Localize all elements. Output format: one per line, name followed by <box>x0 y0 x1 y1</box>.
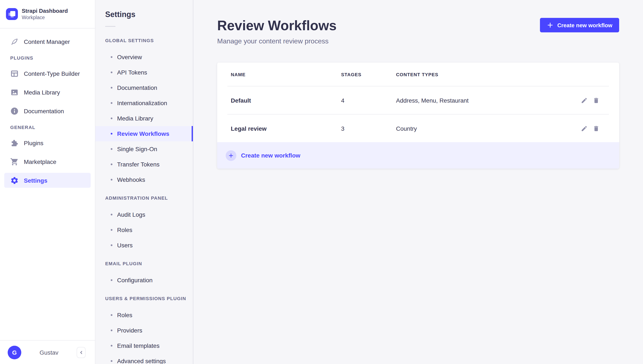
image-icon <box>10 88 19 96</box>
page-subtitle: Manage your content review process <box>217 37 619 46</box>
info-icon <box>10 107 19 115</box>
collapse-sidebar-button[interactable] <box>77 347 86 358</box>
bullet-icon <box>111 279 112 281</box>
puzzle-icon <box>10 138 19 147</box>
subnav-item-webhooks[interactable]: Webhooks <box>96 172 193 187</box>
main-sidebar: Strapi Dashboard Workplace Content Manag… <box>0 0 96 364</box>
subnav-title: Settings <box>105 10 193 19</box>
user-avatar[interactable]: G <box>8 346 21 359</box>
sidebar-nav: Content Manager PLUGINS Content-Type Bui… <box>0 28 95 340</box>
row-actions <box>576 97 619 104</box>
cart-icon <box>10 157 19 166</box>
sidebar-item-documentation[interactable]: Documentation <box>0 104 95 118</box>
subnav-item-internationalization[interactable]: Internationalization <box>96 95 193 111</box>
edit-icon[interactable] <box>581 125 588 132</box>
bullet-icon <box>111 214 112 216</box>
create-new-workflow-footer-button[interactable]: Create new workflow <box>217 142 619 168</box>
main-content: Review Workflows Manage your content rev… <box>193 0 643 364</box>
bullet-icon <box>111 179 112 180</box>
sidebar-section-plugins: PLUGINS <box>0 55 95 61</box>
edit-icon[interactable] <box>581 97 588 104</box>
subnav-item-label: Providers <box>117 327 142 334</box>
delete-icon[interactable] <box>593 125 600 132</box>
sidebar-item-label: Settings <box>24 177 47 184</box>
workflow-name: Default <box>231 97 341 104</box>
subnav-item-label: API Tokens <box>117 69 147 76</box>
sidebar-item-label: Documentation <box>24 108 64 114</box>
bullet-icon <box>111 133 112 134</box>
subnav-item-label: Webhooks <box>117 176 145 183</box>
bullet-icon <box>111 56 112 58</box>
subnav-item-configuration[interactable]: Configuration <box>96 272 193 288</box>
subnav-item-label: Audit Logs <box>117 211 145 218</box>
subnav-item-providers[interactable]: Providers <box>96 323 193 338</box>
sidebar-item-plugins[interactable]: Plugins <box>0 136 95 150</box>
subnav-item-email-templates[interactable]: Email templates <box>96 338 193 353</box>
username: Gustav <box>21 349 77 356</box>
settings-subnav: Settings GLOBAL SETTINGS Overview API To… <box>96 0 193 364</box>
subnav-item-label: Single Sign-On <box>117 146 157 152</box>
footer-action-label: Create new workflow <box>241 152 300 159</box>
subnav-item-label: Internationalization <box>117 100 167 106</box>
gear-icon <box>10 176 19 184</box>
subnav-item-label: Roles <box>117 226 132 233</box>
subnav-item-admin-roles[interactable]: Roles <box>96 222 193 238</box>
subnav-item-single-sign-on[interactable]: Single Sign-On <box>96 141 193 157</box>
subnav-item-label: Overview <box>117 54 142 60</box>
column-header-stages: STAGES <box>341 72 396 77</box>
sidebar-item-label: Plugins <box>24 140 44 146</box>
subnav-item-label: Configuration <box>117 277 153 284</box>
workflow-stages: 3 <box>341 125 396 132</box>
sidebar-item-label: Content-Type Builder <box>24 70 80 77</box>
workflow-content-types: Address, Menu, Restaurant <box>396 97 576 104</box>
bullet-icon <box>111 345 112 346</box>
sidebar-item-content-type-builder[interactable]: Content-Type Builder <box>0 66 95 81</box>
sidebar-item-label: Content Manager <box>24 38 70 45</box>
workflow-content-types: Country <box>396 125 576 132</box>
subnav-item-label: Email templates <box>117 342 160 349</box>
sidebar-item-settings[interactable]: Settings <box>4 173 91 188</box>
sidebar-item-marketplace[interactable]: Marketplace <box>0 154 95 169</box>
bullet-icon <box>111 314 112 316</box>
workflow-stages: 4 <box>341 97 396 104</box>
table-row-default[interactable]: Default 4 Address, Menu, Restaurant <box>217 86 619 114</box>
workflow-name: Legal review <box>231 125 341 132</box>
subnav-item-transfer-tokens[interactable]: Transfer Tokens <box>96 157 193 172</box>
sidebar-item-media-library[interactable]: Media Library <box>0 85 95 100</box>
subnav-item-advanced-settings[interactable]: Advanced settings <box>96 353 193 364</box>
subnav-item-media-library[interactable]: Media Library <box>96 111 193 126</box>
subnav-item-label: Review Workflows <box>117 130 169 137</box>
subnav-item-label: Transfer Tokens <box>117 161 160 168</box>
column-header-name: NAME <box>231 72 341 77</box>
bullet-icon <box>111 72 112 73</box>
subnav-item-review-workflows[interactable]: Review Workflows <box>96 126 193 141</box>
subnav-item-overview[interactable]: Overview <box>96 50 193 65</box>
create-new-workflow-button[interactable]: Create new workflow <box>540 18 619 32</box>
subnav-item-up-roles[interactable]: Roles <box>96 308 193 323</box>
subnav-item-documentation[interactable]: Documentation <box>96 80 193 95</box>
sidebar-item-label: Marketplace <box>24 158 56 165</box>
subnav-divider <box>105 26 116 27</box>
strapi-admin-app: Strapi Dashboard Workplace Content Manag… <box>0 0 643 364</box>
bullet-icon <box>111 229 112 231</box>
sidebar-footer: G Gustav <box>0 340 95 364</box>
table-row-legal-review[interactable]: Legal review 3 Country <box>217 114 619 142</box>
subnav-item-api-tokens[interactable]: API Tokens <box>96 65 193 80</box>
subnav-item-audit-logs[interactable]: Audit Logs <box>96 207 193 222</box>
subnav-item-users[interactable]: Users <box>96 238 193 253</box>
feather-icon <box>10 37 19 46</box>
subnav-item-label: Users <box>117 242 133 249</box>
subnav-section-users-permissions-plugin: USERS & PERMISSIONS PLUGIN <box>105 296 193 302</box>
sidebar-item-content-manager[interactable]: Content Manager <box>0 34 95 49</box>
layout-icon <box>10 69 19 78</box>
row-actions <box>576 125 619 132</box>
bullet-icon <box>111 244 112 246</box>
subnav-section-global-settings: GLOBAL SETTINGS <box>105 38 193 44</box>
bullet-icon <box>111 148 112 150</box>
plus-icon <box>546 22 553 28</box>
bullet-icon <box>111 102 112 104</box>
delete-icon[interactable] <box>593 97 600 104</box>
chevron-left-icon <box>79 350 83 354</box>
bullet-icon <box>111 330 112 331</box>
workspace-brand: Strapi Dashboard Workplace <box>0 0 95 28</box>
